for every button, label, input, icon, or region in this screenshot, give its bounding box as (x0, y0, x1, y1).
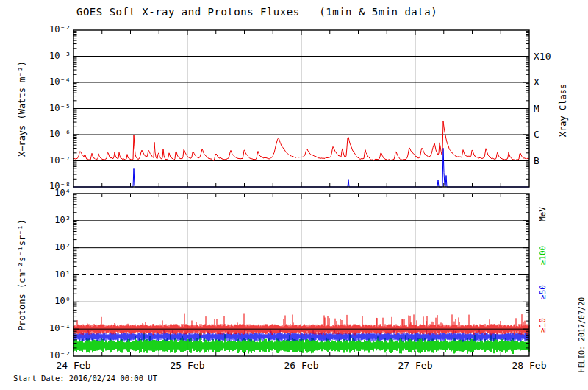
goes-flux-chart: GOES Soft X-ray and Protons Fluxes (1min… (0, 0, 588, 390)
xray-class-c-label: C (534, 130, 539, 139)
xray-ytick-label: 10⁻² (25, 25, 71, 35)
xray-class-b-label: B (534, 156, 539, 166)
proton-ytick-label: 10⁰ (25, 297, 71, 306)
plot-canvas (0, 0, 588, 390)
watermark-date: HELIO: 2017/07/20 (578, 297, 586, 372)
xray-class-x10-label: X10 (534, 52, 551, 61)
xray-class-m-label: M (534, 104, 539, 113)
start-date-label: Start Date: 2016/02/24 00:00 UT (13, 374, 157, 383)
xray-ytick-label: 10⁻⁷ (25, 156, 71, 166)
xray-ytick-label: 10⁻⁵ (25, 104, 71, 113)
x-axis-tick-label: 26-Feb (272, 360, 331, 371)
proton-threshold-label: MeV (538, 207, 548, 221)
xray-ytick-label: 10⁻³ (25, 52, 71, 61)
proton-ytick-label: 10¹ (25, 270, 71, 280)
xray-class-x-label: X (534, 77, 539, 87)
proton-ytick-label: 10⁴ (25, 188, 71, 198)
x-axis-tick-label: 25-Feb (158, 360, 217, 371)
proton-threshold-label: ≥10 (538, 318, 548, 333)
chart-title: GOES Soft X-ray and Protons Fluxes (1min… (76, 6, 437, 18)
x-axis-tick-label: 27-Feb (386, 360, 445, 371)
proton-threshold-label: ≥100 (538, 246, 548, 266)
proton-ytick-label: 10² (25, 243, 71, 252)
proton-threshold-label: ≥50 (538, 286, 548, 300)
xray-ytick-label: 10⁻⁶ (25, 130, 71, 139)
x-axis-tick-label: 24-Feb (44, 360, 103, 371)
proton-ytick-label: 10⁻¹ (25, 324, 71, 333)
xray-class-axis-label: Xray Class (558, 84, 568, 137)
proton-ytick-label: 10³ (25, 216, 71, 225)
x-axis-tick-label: 28-Feb (500, 360, 559, 371)
xray-ytick-label: 10⁻⁴ (25, 77, 71, 87)
